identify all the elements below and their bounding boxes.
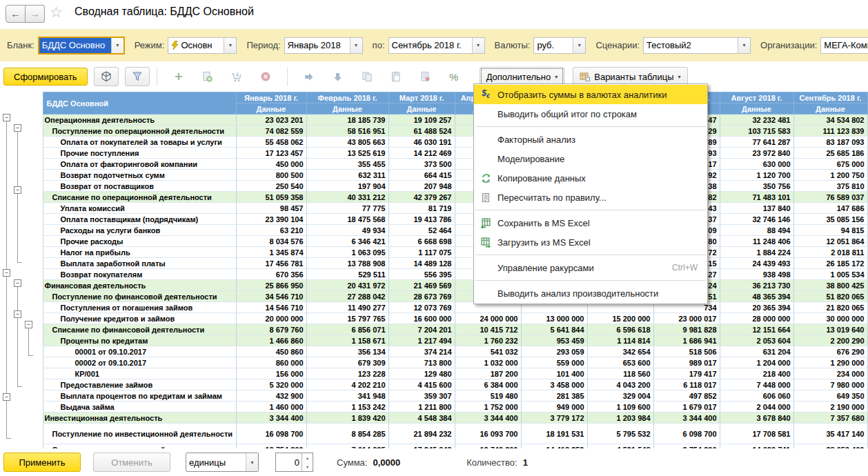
row-label[interactable]: 00001 от 09.10.2017 (43, 346, 236, 357)
period-to-dropdown-icon[interactable]: ▾ (472, 38, 484, 53)
data-cell[interactable]: 5 795 532 (587, 424, 653, 444)
data-cell[interactable]: 58 516 951 (306, 126, 388, 137)
data-cell[interactable]: 375 810 (793, 181, 867, 192)
data-cell[interactable]: 32 232 481 (720, 115, 793, 126)
data-cell[interactable]: 359 307 (388, 390, 455, 401)
period-from-field[interactable]: Январь 2018 ▾ (284, 37, 363, 54)
blank-dropdown-icon[interactable]: ▾ (111, 38, 124, 53)
menu-item[interactable]: Выводить анализ производительности (474, 284, 707, 303)
data-cell[interactable]: 23 000 017 (653, 313, 720, 324)
data-cell[interactable]: 17 708 581 (720, 424, 793, 444)
data-cell[interactable]: 19 413 786 (388, 214, 455, 225)
data-cell[interactable]: 71 483 101 (720, 192, 793, 203)
data-cell[interactable]: 1 679 017 (653, 401, 720, 413)
data-cell[interactable]: 4 043 200 (587, 379, 653, 390)
data-cell[interactable]: 341 948 (306, 390, 388, 401)
data-cell[interactable]: 103 715 583 (720, 126, 793, 137)
data-cell[interactable]: 1 760 232 (455, 335, 521, 346)
data-cell[interactable]: 14 489 128 (388, 258, 455, 269)
data-cell[interactable]: 21 469 569 (388, 280, 455, 291)
data-cell[interactable]: 46 030 191 (388, 137, 455, 148)
data-cell[interactable]: 800 500 (236, 170, 306, 181)
data-cell[interactable]: 631 204 (720, 346, 793, 357)
data-cell[interactable]: 129 480 (388, 368, 455, 379)
data-cell[interactable]: 21 820 065 (793, 302, 867, 313)
units-dropdown-icon[interactable]: ▾ (246, 453, 258, 471)
data-cell[interactable]: 497 852 (653, 390, 720, 401)
data-cell[interactable]: 1 114 814 (587, 335, 653, 346)
data-cell[interactable]: 1 200 750 (793, 170, 867, 181)
data-cell[interactable]: 2 190 000 (793, 401, 867, 413)
data-cell[interactable]: 179 417 (653, 368, 720, 379)
data-cell[interactable]: 32 746 146 (720, 214, 793, 225)
row-label[interactable]: Налог на прибыль (43, 247, 236, 258)
data-cell[interactable]: 6 856 071 (306, 324, 388, 335)
cube-button[interactable] (94, 67, 119, 86)
data-cell[interactable]: 20 365 394 (720, 302, 793, 313)
data-cell[interactable]: 953 459 (521, 335, 587, 346)
generate-button[interactable]: Сформировать (3, 68, 88, 86)
data-cell[interactable]: 51 820 065 (793, 291, 867, 302)
data-cell[interactable]: 77 641 287 (720, 137, 793, 148)
data-cell[interactable]: 12 151 664 (720, 324, 793, 335)
data-cell[interactable]: 40 331 212 (306, 192, 388, 203)
data-cell[interactable]: 14 546 710 (236, 302, 306, 313)
menu-item[interactable]: Сохранить в MS Excel (474, 213, 707, 232)
data-cell[interactable]: 713 800 (388, 357, 455, 368)
menu-item[interactable]: Выводить общий итог по строкам (474, 104, 707, 123)
corner-header[interactable]: БДДС Основной (43, 92, 236, 115)
data-cell[interactable]: 98 457 (236, 203, 306, 214)
data-cell[interactable]: 10 415 712 (455, 324, 521, 335)
row-label[interactable]: 00002 от 09.10.2017 (43, 357, 236, 368)
currency-value[interactable]: руб. (534, 38, 573, 53)
collapse-box[interactable]: − (14, 279, 21, 287)
data-cell[interactable]: 42 379 267 (388, 192, 455, 203)
data-cell[interactable]: 81 719 (388, 203, 455, 214)
data-cell[interactable]: 649 350 (793, 390, 867, 401)
data-cell[interactable]: 518 506 (653, 346, 720, 357)
collapse-box[interactable]: − (3, 269, 10, 277)
collapse-box[interactable]: − (14, 124, 21, 132)
data-cell[interactable]: 450 000 (236, 159, 306, 170)
data-cell[interactable]: 1 109 600 (587, 401, 653, 413)
data-cell[interactable]: 1 120 700 (720, 170, 793, 181)
data-cell[interactable]: 2 044 000 (720, 401, 793, 413)
row-label[interactable]: Инвестиционная деятельность (43, 413, 236, 424)
apply-button[interactable]: Применить (3, 453, 81, 472)
data-cell[interactable]: 8 034 576 (236, 236, 306, 247)
percent-button[interactable]: % (448, 70, 460, 83)
row-label[interactable]: Возврат от поставщиков (43, 181, 236, 192)
data-cell[interactable]: 48 365 394 (720, 291, 793, 302)
data-cell[interactable]: 355 455 (306, 159, 388, 170)
data-cell[interactable]: 281 385 (521, 390, 587, 401)
data-cell[interactable]: 373 500 (388, 159, 455, 170)
data-cell[interactable]: 137 840 (720, 203, 793, 214)
data-cell[interactable]: 529 511 (306, 269, 388, 280)
data-cell[interactable]: 101 400 (521, 368, 587, 379)
data-cell[interactable]: 606 060 (720, 390, 793, 401)
data-cell[interactable]: 197 904 (306, 181, 388, 192)
data-cell[interactable]: 51 059 358 (236, 192, 306, 203)
month-header[interactable]: Март 2018 г. (388, 92, 455, 103)
data-cell[interactable]: 52 464 (388, 225, 455, 236)
data-cell[interactable]: 2 018 811 (793, 247, 867, 258)
add-document-button[interactable] (201, 70, 214, 83)
period-to-field[interactable]: Сентябрь 2018 г. ▾ (388, 37, 485, 54)
row-label[interactable]: Оплата от покупателей за товары и услуги (43, 137, 236, 148)
data-cell[interactable]: 860 000 (236, 357, 306, 368)
data-cell[interactable]: 6 596 618 (587, 324, 653, 335)
data-cell[interactable]: 1 290 000 (793, 357, 867, 368)
data-cell[interactable]: 4 548 384 (388, 413, 455, 424)
data-cell[interactable]: 21 894 232 (388, 424, 455, 444)
month-header[interactable]: Февраль 2018 г. (306, 92, 388, 103)
data-cell[interactable]: 5 641 844 (521, 324, 587, 335)
data-cell[interactable]: 156 000 (236, 368, 306, 379)
data-cell[interactable]: 1 153 242 (306, 401, 388, 413)
data-cell[interactable]: 77 775 (306, 203, 388, 214)
data-cell[interactable]: 7 357 680 (793, 413, 867, 424)
data-cell[interactable]: 14 212 469 (388, 148, 455, 159)
data-cell[interactable]: 207 948 (388, 181, 455, 192)
month-header[interactable]: Сентябрь 2018 г. (793, 92, 867, 103)
data-cell[interactable]: 55 458 062 (236, 137, 306, 148)
data-cell[interactable]: 234 000 (793, 368, 867, 379)
